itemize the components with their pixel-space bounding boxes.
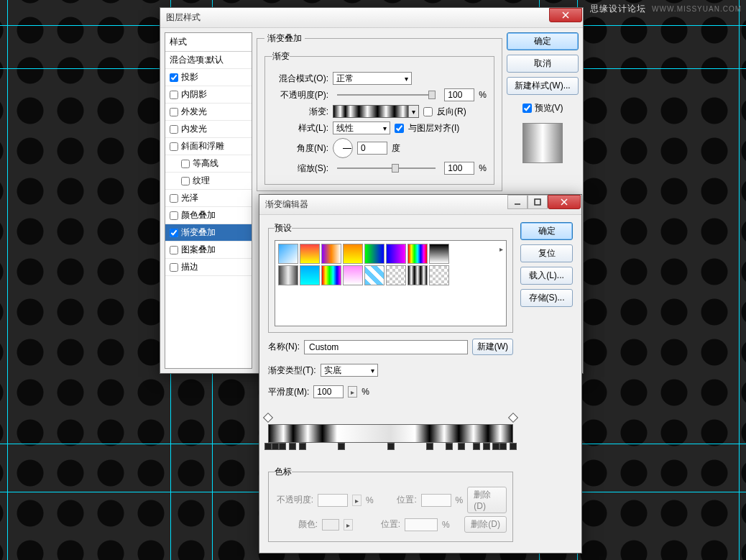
preset-swatch[interactable] (386, 265, 406, 285)
angle-value[interactable]: 0 (357, 142, 387, 155)
gradient-bar[interactable] (268, 424, 513, 443)
style-checkbox[interactable] (170, 263, 178, 272)
color-stop[interactable] (510, 443, 517, 451)
style-checkbox[interactable] (170, 108, 178, 116)
save-button[interactable]: 存储(S)... (520, 289, 573, 307)
cancel-button[interactable]: 取消 (507, 55, 579, 73)
stop-color-stepper[interactable] (344, 519, 353, 531)
gradient-editor-titlebar[interactable]: 渐变编辑器 (259, 195, 581, 215)
minimize-button[interactable] (507, 195, 528, 209)
new-button[interactable]: 新建(W) (472, 339, 513, 355)
preset-swatch[interactable] (278, 244, 298, 264)
color-stop[interactable] (387, 443, 395, 451)
opacity-value[interactable]: 100 (444, 88, 474, 101)
preset-swatch[interactable] (429, 265, 449, 285)
color-stop[interactable] (264, 443, 272, 451)
align-checkbox[interactable] (395, 124, 404, 133)
smoothness-stepper[interactable] (348, 386, 357, 398)
style-item[interactable]: 内发光 (165, 121, 252, 138)
close-button[interactable] (548, 195, 581, 209)
presets-menu-icon[interactable] (499, 244, 503, 254)
preset-swatch[interactable] (343, 244, 363, 264)
preset-swatch[interactable] (429, 244, 449, 264)
maximize-button[interactable] (528, 195, 548, 209)
preview-checkbox[interactable] (522, 104, 532, 113)
preset-swatch[interactable] (407, 244, 428, 264)
color-stop[interactable] (499, 443, 507, 451)
style-checkbox[interactable] (170, 194, 178, 203)
preset-swatch[interactable] (364, 244, 384, 264)
preset-swatch[interactable] (343, 265, 363, 285)
style-item[interactable]: 光泽 (165, 190, 252, 207)
style-checkbox[interactable] (170, 211, 178, 220)
color-stop[interactable] (289, 443, 296, 451)
delete-stop-button-2[interactable]: 删除(D) (464, 516, 507, 533)
style-item[interactable]: 描边 (165, 259, 252, 276)
style-checkbox[interactable] (170, 142, 178, 151)
ok-button[interactable]: 确定 (520, 222, 573, 240)
style-checkbox[interactable] (170, 246, 178, 254)
color-stop[interactable] (492, 443, 499, 451)
scale-slider[interactable] (337, 167, 436, 169)
name-input[interactable]: Custom (304, 340, 468, 354)
scale-value[interactable]: 100 (444, 162, 474, 175)
layer-style-titlebar[interactable]: 图层样式 (160, 8, 583, 28)
color-stop[interactable] (446, 443, 453, 451)
color-stop[interactable] (473, 443, 480, 451)
stop-position-input[interactable] (421, 494, 451, 507)
stop-color-swatch[interactable] (322, 519, 339, 531)
delete-stop-button[interactable]: 删除(D) (467, 487, 507, 513)
style-checkbox[interactable] (181, 177, 190, 185)
style-item[interactable]: 等高线 (165, 155, 252, 173)
style-checkbox[interactable] (170, 91, 178, 99)
color-stop[interactable] (483, 443, 490, 451)
style-item[interactable]: 投影 (165, 69, 252, 86)
reverse-checkbox[interactable] (423, 107, 433, 116)
color-stop[interactable] (272, 443, 279, 451)
style-item[interactable]: 斜面和浮雕 (165, 138, 252, 155)
style-item[interactable]: 外发光 (165, 104, 252, 121)
preset-swatch[interactable] (278, 265, 298, 285)
load-button[interactable]: 载入(L)... (520, 267, 573, 285)
style-item[interactable]: 颜色叠加 (165, 207, 252, 224)
stop-opacity-input[interactable] (318, 494, 348, 507)
smoothness-value[interactable]: 100 (313, 385, 344, 398)
color-stop[interactable] (426, 443, 433, 451)
stop-position-input-2[interactable] (405, 518, 438, 531)
preset-swatch[interactable] (321, 244, 341, 264)
blend-options-default[interactable]: 混合选项:默认 (165, 52, 252, 69)
close-button[interactable] (549, 8, 582, 22)
opacity-stop[interactable] (264, 414, 272, 423)
style-checkbox[interactable] (170, 229, 178, 237)
preset-swatch[interactable] (300, 265, 320, 285)
new-style-button[interactable]: 新建样式(W)... (507, 77, 579, 95)
group-title: 渐变叠加 (264, 32, 305, 45)
stop-opacity-stepper[interactable] (352, 495, 362, 506)
angle-dial[interactable] (333, 138, 353, 158)
style-select[interactable]: 线性 (333, 121, 390, 134)
preset-swatch[interactable] (364, 265, 384, 285)
opacity-slider[interactable] (337, 94, 436, 96)
gradient-type-select[interactable]: 实底 (321, 364, 378, 377)
color-stop[interactable] (299, 443, 306, 451)
style-item[interactable]: 图案叠加 (165, 242, 252, 259)
gradient-picker[interactable] (333, 105, 419, 118)
preset-swatch[interactable] (407, 265, 428, 285)
style-item[interactable]: 渐变叠加 (165, 224, 252, 242)
style-checkbox[interactable] (170, 125, 178, 134)
opacity-stop[interactable] (510, 414, 517, 423)
stop-color-label: 颜色: (275, 518, 318, 531)
color-stop[interactable] (458, 443, 465, 451)
style-checkbox[interactable] (170, 73, 178, 82)
preset-swatch[interactable] (321, 265, 341, 285)
blend-mode-select[interactable]: 正常 (333, 72, 412, 85)
color-stop[interactable] (338, 443, 345, 451)
style-checkbox[interactable] (181, 160, 190, 168)
style-item[interactable]: 纹理 (165, 173, 252, 190)
preset-swatch[interactable] (300, 244, 320, 264)
reset-button[interactable]: 复位 (520, 244, 573, 262)
color-stop[interactable] (279, 443, 286, 451)
style-item[interactable]: 内阴影 (165, 86, 252, 104)
ok-button[interactable]: 确定 (507, 32, 579, 50)
preset-swatch[interactable] (386, 244, 406, 264)
